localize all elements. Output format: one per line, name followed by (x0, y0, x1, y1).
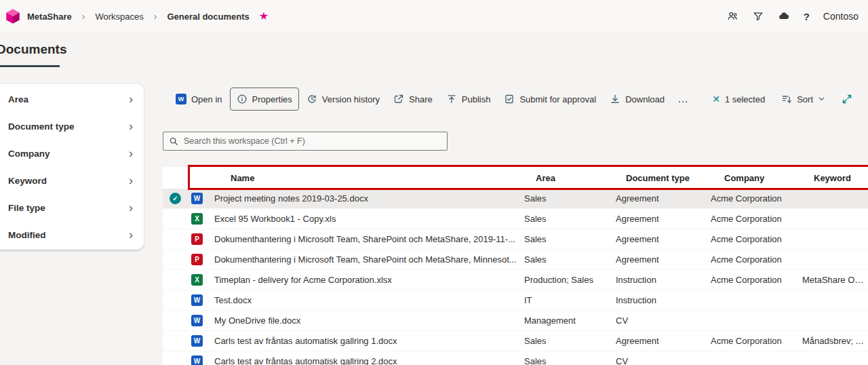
column-header-company[interactable]: Company (706, 173, 797, 183)
column-header-area[interactable]: Area (519, 173, 611, 183)
search-input[interactable] (184, 136, 441, 146)
favorite-star-icon[interactable]: ★ (259, 11, 269, 22)
chevron-right-icon: › (129, 120, 133, 132)
search-icon (169, 136, 178, 146)
overflow-menu-button[interactable]: … (672, 88, 694, 111)
table-row[interactable]: ✓ W My OneDrive file.docx Management CV (163, 311, 868, 331)
column-header-name[interactable]: Name (209, 173, 519, 183)
version-history-button[interactable]: Version history (300, 88, 386, 111)
table-row[interactable]: ✓ X Timeplan - delivery for Acme Corpora… (163, 270, 868, 290)
share-icon (393, 94, 404, 104)
filter-icon[interactable] (752, 10, 764, 22)
document-keyword: Månadsbrev; AML (797, 336, 868, 346)
sidebar-item-keyword[interactable]: Keyword › (0, 167, 144, 194)
page-title: Documents (0, 42, 66, 57)
document-name: Project meeting notes 2019-03-25.docx (209, 193, 519, 204)
word-file-icon: W (191, 294, 203, 306)
sort-button[interactable]: Sort (775, 88, 831, 111)
document-name: My OneDrive file.docx (209, 315, 519, 326)
document-company: Acme Corporation (706, 214, 797, 224)
document-name: Excel 95 Workbook1 - Copy.xls (209, 214, 519, 224)
help-icon[interactable]: ? (804, 11, 810, 22)
document-type: Agreement (611, 336, 706, 346)
document-area: Sales (519, 214, 611, 224)
document-type: Agreement (611, 214, 706, 224)
info-icon (237, 94, 248, 104)
people-share-icon[interactable] (726, 10, 738, 22)
chevron-right-icon: › (129, 201, 133, 214)
document-name: Carls test av fråntas automatisk gallrin… (209, 356, 519, 365)
table-row[interactable]: ✓ X Excel 95 Workbook1 - Copy.xls Sales … (163, 209, 868, 229)
document-name: Dokumenthantering i Microsoft Team, Shar… (209, 254, 519, 265)
document-area: Sales (519, 234, 611, 244)
document-area: IT (519, 295, 611, 305)
submit-for-approval-button[interactable]: Submit for approval (498, 88, 602, 111)
chevron-down-icon (818, 94, 825, 104)
sidebar-item-file-type[interactable]: File type › (0, 194, 144, 221)
table-row[interactable]: ✓ P Dokumenthantering i Microsoft Team, … (163, 250, 868, 270)
document-area: Management (519, 315, 611, 326)
approval-icon (504, 94, 515, 104)
properties-button[interactable]: Properties (230, 88, 299, 111)
sort-icon (781, 94, 792, 104)
table-row[interactable]: ✓ W Project meeting notes 2019-03-25.doc… (163, 189, 868, 209)
breadcrumb-general-documents[interactable]: General documents (167, 12, 249, 22)
word-icon: W (176, 94, 186, 104)
tenant-name[interactable]: Contoso (823, 11, 859, 22)
table-body: ✓ W Project meeting notes 2019-03-25.doc… (163, 189, 868, 365)
document-company: Acme Corporation (706, 336, 797, 346)
document-area: Sales (519, 336, 611, 346)
workspace-search (163, 132, 448, 151)
breadcrumb: MetaShare › Workspaces › General documen… (27, 12, 250, 22)
open-in-button[interactable]: W Open in (170, 88, 229, 111)
expand-icon[interactable] (835, 88, 859, 111)
column-header-document-type[interactable]: Document type (611, 173, 706, 183)
document-company: Acme Corporation (706, 234, 797, 244)
selected-check-icon[interactable]: ✓ (170, 193, 181, 204)
chevron-right-icon: › (129, 147, 133, 159)
breadcrumb-workspaces[interactable]: Workspaces (95, 12, 143, 22)
dismiss-icon: ✕ (712, 94, 720, 104)
history-icon (307, 94, 317, 104)
pdf-file-icon: P (191, 233, 203, 245)
sidebar-item-area[interactable]: Area › (0, 85, 144, 113)
document-company: Acme Corporation (706, 254, 797, 265)
download-button[interactable]: Download (604, 88, 671, 111)
sidebar-item-company[interactable]: Company › (0, 140, 144, 167)
breadcrumb-metashare[interactable]: MetaShare (27, 12, 72, 22)
document-area: Production; Sales (519, 275, 611, 285)
clear-selection-button[interactable]: ✕ 1 selected (706, 88, 771, 111)
table-header: Name Area Document type Company Keyword (163, 167, 868, 189)
sidebar-item-document-type[interactable]: Document type › (0, 113, 144, 140)
cloud-icon[interactable] (778, 10, 790, 22)
document-type: Agreement (611, 234, 706, 244)
share-button[interactable]: Share (387, 88, 439, 111)
table-row[interactable]: ✓ W Carls test av fråntas automatisk gal… (163, 331, 868, 351)
table-row[interactable]: ✓ P Dokumenthantering i Microsoft Team, … (163, 229, 868, 250)
document-name: Timeplan - delivery for Acme Corporation… (209, 275, 519, 285)
metashare-logo-icon[interactable] (4, 7, 22, 25)
excel-file-icon: X (191, 213, 203, 225)
chevron-right-icon: › (129, 174, 133, 187)
document-company: Acme Corporation (706, 193, 797, 204)
table-row[interactable]: ✓ W Carls test av fråntas automatisk gal… (163, 351, 868, 365)
command-bar-right: ✕ 1 selected Sort (706, 88, 859, 111)
document-type: Agreement (611, 193, 706, 204)
command-bar: W Open in Properties Version history Sha… (163, 86, 868, 112)
topbar-actions: ? Contoso (726, 10, 859, 22)
word-file-icon: W (191, 315, 203, 326)
column-header-keyword[interactable]: Keyword (797, 173, 868, 183)
chevron-right-icon: › (154, 12, 157, 21)
table-row[interactable]: ✓ W Test.docx IT Instruction (163, 290, 868, 311)
document-type: Agreement (611, 254, 706, 265)
word-file-icon: W (191, 356, 203, 365)
publish-button[interactable]: Publish (440, 88, 497, 111)
download-icon (610, 94, 620, 104)
sidebar-item-modified[interactable]: Modified › (0, 221, 144, 248)
chevron-right-icon: › (129, 229, 133, 241)
document-name: Dokumenthantering i Microsoft Team, Shar… (209, 234, 519, 244)
document-area: Sales (519, 356, 611, 365)
publish-icon (446, 94, 457, 104)
excel-file-icon: X (191, 274, 203, 286)
document-type: CV (611, 315, 706, 326)
